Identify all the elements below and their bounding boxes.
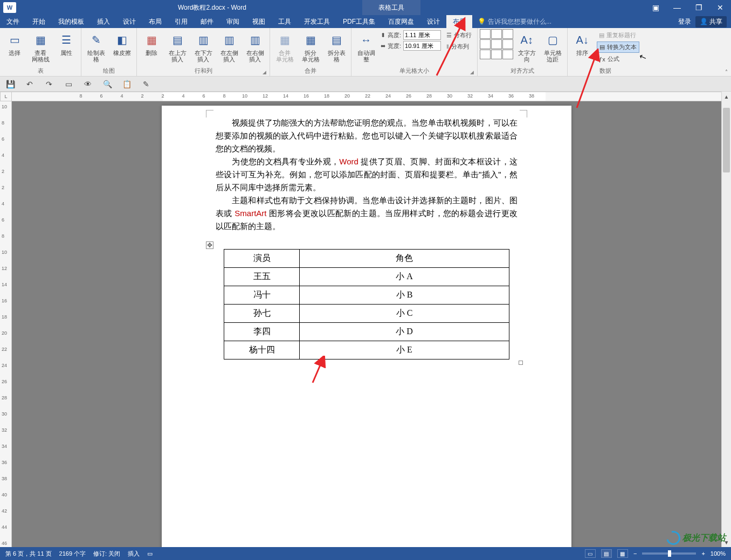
view-read-icon[interactable]: ▭ — [585, 549, 596, 558]
launcher-icon[interactable]: ◢ — [470, 70, 474, 75]
insert-right-button[interactable]: ▥在右侧插入 — [243, 29, 267, 65]
collapse-ribbon-icon[interactable]: ˄ — [725, 69, 728, 75]
align-tl[interactable] — [480, 29, 491, 39]
split-table-button[interactable]: ▤拆分表格 — [324, 29, 349, 65]
qat-btn-3[interactable]: 🔍 — [102, 80, 112, 88]
ribbon-options-icon[interactable]: ▣ — [645, 0, 666, 15]
table-row[interactable]: 杨十四小 E — [224, 341, 509, 359]
table-row[interactable]: 王五小 A — [224, 268, 509, 286]
tab-home[interactable]: 开始 — [26, 15, 52, 28]
tab-review[interactable]: 审阅 — [220, 15, 246, 28]
launcher-icon[interactable]: ◢ — [263, 70, 266, 75]
table-cell[interactable]: 小 E — [300, 341, 509, 359]
undo-icon[interactable]: ↶ — [25, 80, 35, 88]
status-words[interactable]: 2169 个字 — [59, 550, 86, 558]
tab-table-layout[interactable]: 布局 — [446, 15, 472, 28]
align-tr[interactable] — [502, 29, 513, 39]
align-ml[interactable] — [480, 39, 491, 49]
align-tc[interactable] — [491, 29, 502, 39]
table-cell[interactable]: 角色 — [300, 250, 509, 268]
table-move-handle[interactable]: ✥ — [206, 241, 213, 249]
document-area[interactable]: 视频提供了功能强大的方法帮助您证明您的观点。当您单击联机视频时，可以在想要添加的… — [12, 101, 721, 547]
table-cell[interactable]: 小 B — [300, 286, 509, 305]
split-cells-button[interactable]: ▦拆分 单元格 — [298, 29, 323, 65]
view-gridlines-button[interactable]: ▦查看 网格线 — [28, 29, 53, 65]
tab-mailings[interactable]: 邮件 — [194, 15, 220, 28]
tab-view[interactable]: 视图 — [246, 15, 272, 28]
insert-above-button[interactable]: ▤在上方插入 — [165, 29, 190, 65]
table-cell[interactable]: 王五 — [224, 268, 300, 286]
draw-table-button[interactable]: ✎绘制表格 — [84, 29, 108, 65]
paragraph[interactable]: 视频提供了功能强大的方法帮助您证明您的观点。当您单击联机视频时，可以在想要添加的… — [216, 116, 518, 155]
paragraph[interactable]: 主题和样式也有助于文档保持协调。当您单击设计并选择新的主题时，图片、图表或 Sm… — [216, 194, 518, 233]
qat-btn-5[interactable]: ✎ — [141, 80, 151, 88]
qat-btn-1[interactable]: ▭ — [64, 80, 73, 88]
distribute-cols-button[interactable]: ⦀分布列 — [444, 42, 474, 52]
tab-mytemplates[interactable]: 我的模板 — [52, 15, 91, 28]
status-page[interactable]: 第 6 页，共 11 页 — [5, 550, 52, 558]
insert-left-button[interactable]: ▥在左侧插入 — [217, 29, 242, 65]
status-track[interactable]: 修订: 关闭 — [93, 550, 120, 558]
align-bc[interactable] — [491, 50, 502, 59]
table-resize-handle[interactable] — [519, 361, 523, 365]
height-input[interactable] — [403, 30, 441, 40]
table-cell[interactable]: 小 A — [300, 268, 509, 286]
align-mr[interactable] — [502, 39, 513, 49]
qat-btn-4[interactable]: 📋 — [122, 80, 132, 88]
align-bl[interactable] — [480, 50, 491, 59]
tab-table-design[interactable]: 设计 — [420, 15, 446, 28]
sort-button[interactable]: A↓排序 — [570, 29, 595, 58]
zoom-out-icon[interactable]: − — [633, 550, 637, 557]
repeat-header-button[interactable]: ▤重复标题行 — [597, 30, 639, 40]
tab-layout[interactable]: 布局 — [142, 15, 168, 28]
vertical-scrollbar[interactable]: ▲ ▼ — [721, 92, 731, 547]
width-input[interactable] — [403, 41, 441, 51]
status-extra-icon[interactable]: ▭ — [147, 550, 153, 557]
merge-cells-button[interactable]: ▦合并 单元格 — [272, 29, 297, 65]
scroll-up-icon[interactable]: ▲ — [722, 92, 731, 101]
login-link[interactable]: 登录 — [678, 17, 691, 26]
table-row[interactable]: 冯十小 B — [224, 286, 509, 305]
scroll-down-icon[interactable]: ▼ — [722, 537, 731, 547]
close-button[interactable]: ✕ — [709, 0, 731, 15]
zoom-in-icon[interactable]: + — [701, 550, 705, 557]
status-insert[interactable]: 插入 — [128, 550, 140, 558]
share-button[interactable]: 👤 共享 — [695, 16, 727, 27]
table-row[interactable]: 李四小 D — [224, 323, 509, 341]
delete-button[interactable]: ▦删除 — [139, 29, 164, 58]
tab-baidu[interactable]: 百度网盘 — [382, 15, 420, 28]
horizontal-ruler[interactable]: 86422468101214161820222426283032343638 — [12, 92, 721, 101]
tab-developer[interactable]: 开发工具 — [298, 15, 336, 28]
distribute-rows-button[interactable]: ☰分布行 — [444, 30, 474, 40]
align-mc[interactable] — [491, 39, 502, 49]
table-cell[interactable]: 冯十 — [224, 286, 300, 305]
tab-references[interactable]: 引用 — [168, 15, 194, 28]
table-cell[interactable]: 小 D — [300, 323, 509, 341]
minimize-button[interactable]: — — [666, 0, 688, 15]
text-direction-button[interactable]: A↕文字方向 — [514, 29, 539, 65]
insert-below-button[interactable]: ▥在下方插入 — [191, 29, 216, 65]
save-icon[interactable]: 💾 — [5, 80, 15, 88]
align-br[interactable] — [502, 50, 513, 59]
tab-insert[interactable]: 插入 — [91, 15, 116, 28]
vertical-ruler[interactable]: 1086422468101214161820222426283032343638… — [0, 101, 12, 547]
tab-tools[interactable]: 工具 — [272, 15, 298, 28]
table-row[interactable]: 孙七小 C — [224, 305, 509, 323]
autofit-button[interactable]: ↔自动调整 — [354, 29, 378, 65]
zoom-slider[interactable] — [642, 552, 696, 555]
restore-button[interactable]: ❐ — [688, 0, 709, 15]
tab-pdftools[interactable]: PDF工具集 — [336, 15, 382, 28]
document-table[interactable]: 演员角色王五小 A冯十小 B孙七小 C李四小 D杨十四小 E — [224, 249, 509, 359]
table-cell[interactable]: 孙七 — [224, 305, 300, 323]
scrollbar-thumb[interactable] — [723, 108, 730, 172]
redo-icon[interactable]: ↷ — [44, 80, 54, 88]
zoom-thumb[interactable] — [668, 550, 671, 557]
convert-to-text-button[interactable]: ▤转换为文本 — [597, 42, 639, 53]
table-cell[interactable]: 演员 — [224, 250, 300, 268]
select-button[interactable]: ▭选择 — [2, 29, 27, 58]
tab-file[interactable]: 文件 — [0, 15, 26, 28]
view-print-icon[interactable]: ▤ — [601, 549, 612, 558]
ruler-corner[interactable]: L — [0, 92, 12, 101]
qat-btn-2[interactable]: 👁 — [83, 80, 93, 88]
properties-button[interactable]: ☰属性 — [54, 29, 79, 58]
